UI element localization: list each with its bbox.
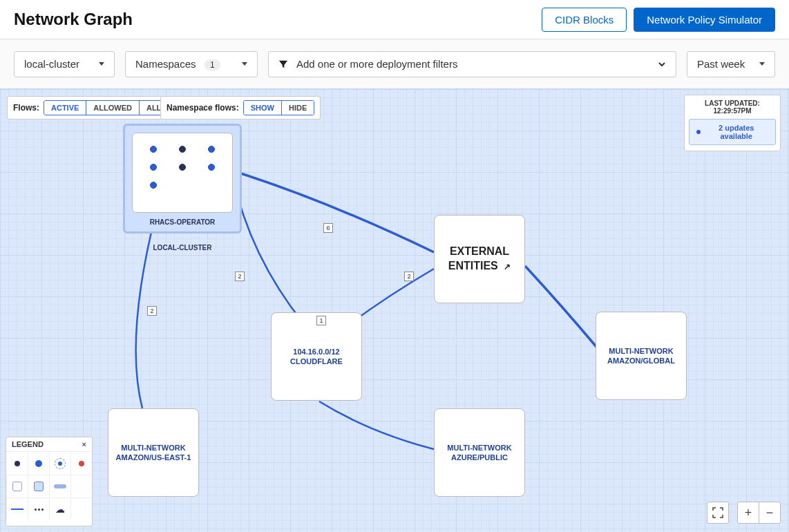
- graph-node-amazon-global[interactable]: MULTI-NETWORK AMAZON/GLOBAL: [596, 312, 687, 400]
- legend-item: [70, 497, 92, 520]
- legend-item: [49, 452, 70, 475]
- legend-item: [28, 475, 49, 497]
- zoom-out-button[interactable]: −: [759, 502, 781, 524]
- edge-label: 1: [316, 316, 326, 325]
- edge-label: 2: [235, 272, 245, 281]
- namespace-node-rhacs-operator[interactable]: RHACS-OPERATOR: [123, 124, 242, 234]
- pod-dot[interactable]: [150, 146, 157, 153]
- pod-dot[interactable]: [179, 146, 186, 153]
- deployment-filter-placeholder: Add one or more deployment filters: [296, 58, 457, 70]
- namespace-picker-label: Namespaces: [135, 58, 196, 70]
- legend-item: [28, 497, 49, 520]
- zoom-in-button[interactable]: +: [737, 502, 759, 524]
- ns-flow-show[interactable]: SHOW: [244, 101, 281, 115]
- graph-node-external-entities[interactable]: EXTERNAL ENTITIES ↗: [434, 215, 525, 303]
- graph-node-amazon-us-east-1[interactable]: MULTI-NETWORK AMAZON/US-EAST-1: [108, 408, 199, 497]
- chevron-down-icon: [99, 62, 104, 66]
- flow-option-allowed[interactable]: ALLOWED: [86, 101, 139, 115]
- funnel-icon: [278, 59, 288, 69]
- cidr-blocks-button[interactable]: CIDR Blocks: [542, 8, 627, 32]
- page-title: Network Graph: [14, 10, 133, 29]
- pod-dot[interactable]: [208, 164, 215, 171]
- namespace-pods: [132, 133, 233, 213]
- legend-item: [70, 475, 92, 497]
- legend-item: [70, 452, 92, 475]
- edge-label: 2: [404, 272, 414, 281]
- legend-item: [49, 475, 70, 497]
- cluster-picker-label: local-cluster: [24, 58, 79, 70]
- namespace-title: RHACS-OPERATOR: [132, 218, 233, 226]
- graph-node-azure-public[interactable]: MULTI-NETWORK AZURE/PUBLIC: [434, 408, 525, 497]
- legend-title: LEGEND: [12, 440, 44, 448]
- time-range-picker[interactable]: Past week: [687, 51, 775, 77]
- pod-dot[interactable]: [179, 164, 186, 171]
- ns-flow-hide[interactable]: HIDE: [281, 101, 314, 115]
- legend-item: [6, 452, 28, 475]
- external-link-icon: ↗: [504, 262, 511, 272]
- updates-available-button[interactable]: 2 updates available: [689, 119, 776, 145]
- time-range-label: Past week: [697, 58, 745, 70]
- graph-node-cloudflare[interactable]: 104.16.0.0/12 CLOUDFLARE: [271, 312, 362, 401]
- legend-item: [6, 497, 28, 520]
- namespace-flows-filter: Namespace flows: SHOW HIDE: [160, 96, 321, 120]
- legend-item: [28, 452, 49, 475]
- dot-icon: [696, 130, 701, 134]
- flows-label: Flows:: [13, 103, 39, 113]
- chevron-down-icon: [242, 62, 247, 66]
- namespace-picker[interactable]: Namespaces 1: [125, 51, 258, 77]
- cluster-label: LOCAL-CLUSTER: [123, 244, 242, 251]
- chevron-down-icon: [658, 60, 666, 68]
- namespace-count-badge: 1: [205, 59, 220, 70]
- edge-label: 2: [147, 306, 157, 316]
- close-icon[interactable]: ×: [82, 440, 86, 448]
- network-policy-simulator-button[interactable]: Network Policy Simulator: [634, 8, 775, 32]
- pod-dot[interactable]: [150, 164, 157, 171]
- updates-panel: LAST UPDATED: 12:29:57PM 2 updates avail…: [684, 95, 781, 151]
- legend-panel: LEGEND × ☁: [6, 437, 93, 526]
- flows-filter: Flows: ACTIVE ALLOWED ALL: [7, 96, 175, 120]
- graph-canvas[interactable]: Flows: ACTIVE ALLOWED ALL Namespace flow…: [0, 88, 789, 532]
- deployment-filter[interactable]: Add one or more deployment filters: [268, 51, 676, 77]
- legend-item: ☁: [49, 497, 70, 520]
- edge-label: 6: [323, 223, 333, 233]
- fullscreen-icon: [712, 507, 723, 518]
- namespace-flows-label: Namespace flows:: [167, 103, 239, 113]
- chevron-down-icon: [759, 62, 765, 66]
- last-updated-text: LAST UPDATED: 12:29:57PM: [689, 99, 776, 115]
- fullscreen-button[interactable]: [707, 502, 729, 524]
- cluster-picker[interactable]: local-cluster: [14, 51, 115, 77]
- pod-dot[interactable]: [208, 146, 215, 153]
- legend-item: [6, 475, 28, 497]
- pod-dot[interactable]: [150, 182, 157, 189]
- flow-option-active[interactable]: ACTIVE: [44, 101, 86, 115]
